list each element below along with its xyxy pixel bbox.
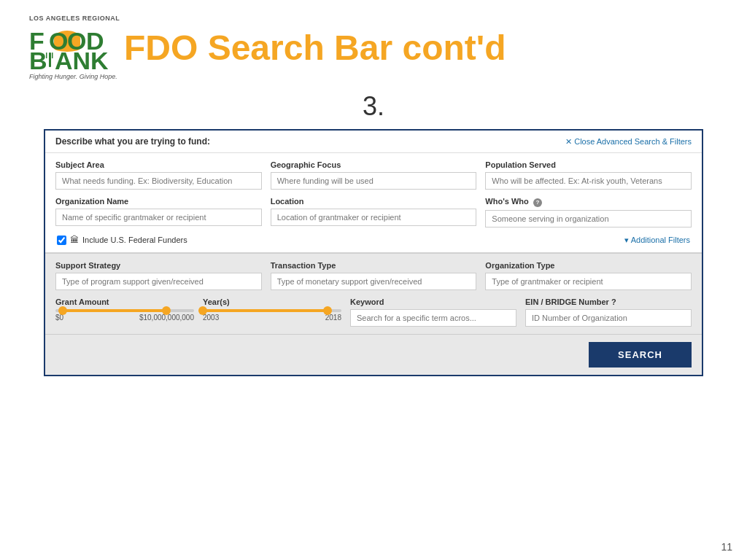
additional-row-1: Support Strategy Transaction Type Organi… <box>55 261 692 290</box>
org-name-input[interactable] <box>55 209 262 226</box>
logo: LOS ANGELES REGIONAL F O O D B <box>29 15 124 80</box>
subject-area-input[interactable] <box>55 172 262 190</box>
subject-area-label: Subject Area <box>55 160 262 169</box>
years-thumb-right[interactable] <box>323 306 332 315</box>
org-name-col: Organization Name <box>55 197 262 228</box>
grant-amount-labels: $0 $10,000,000,000 <box>55 314 194 322</box>
location-label: Location <box>271 197 477 206</box>
years-min: 2003 <box>203 314 219 322</box>
filter-bottom-row: 🏛 Include U.S. Federal Funders Additiona… <box>55 235 692 246</box>
population-served-label: Population Served <box>485 160 692 169</box>
keyword-col: Keyword <box>350 298 516 327</box>
svg-rect-8 <box>49 52 51 67</box>
search-button[interactable]: SEARCH <box>589 342 692 368</box>
whos-who-help-icon[interactable]: ? <box>533 198 542 207</box>
logo-svg: F O O D B ANK <box>29 22 124 73</box>
years-label: Year(s) <box>203 298 341 306</box>
ein-col: EIN / BRIDGE Number ? <box>525 298 692 327</box>
svg-rect-10 <box>52 52 53 58</box>
location-input[interactable] <box>271 209 477 226</box>
include-funders-row: 🏛 Include U.S. Federal Funders <box>57 235 187 245</box>
location-col: Location <box>271 197 477 228</box>
transaction-type-label: Transaction Type <box>271 261 477 270</box>
years-track <box>203 309 341 312</box>
years-labels: 2003 2018 <box>203 314 341 322</box>
grant-amount-label: Grant Amount <box>55 298 194 306</box>
svg-rect-9 <box>46 52 47 58</box>
population-served-input[interactable] <box>485 172 692 190</box>
geographic-focus-input[interactable] <box>271 172 477 190</box>
support-strategy-label: Support Strategy <box>55 261 262 270</box>
years-col: Year(s) 2003 2018 <box>203 298 341 322</box>
step-number: 3. <box>0 91 747 122</box>
subject-area-col: Subject Area <box>55 160 262 190</box>
keyword-label: Keyword <box>350 298 516 306</box>
search-button-area: SEARCH <box>45 335 702 375</box>
grant-amount-thumb-left[interactable] <box>58 306 67 315</box>
grant-amount-slider[interactable] <box>55 309 194 312</box>
whos-who-input[interactable] <box>485 210 692 228</box>
additional-filters-toggle[interactable]: Additional Filters <box>624 236 690 245</box>
sliders-row: Grant Amount $0 $10,000,000,000 Year(s) <box>55 298 692 327</box>
transaction-type-col: Transaction Type <box>271 261 477 290</box>
org-type-input[interactable] <box>485 273 692 290</box>
close-advanced-link[interactable]: Close Advanced Search & Filters <box>565 137 692 147</box>
include-funders-checkbox[interactable] <box>57 236 66 245</box>
include-funders-label: Include U.S. Federal Funders <box>82 236 187 244</box>
support-strategy-input[interactable] <box>55 273 262 290</box>
grant-amount-fill <box>63 309 167 312</box>
geographic-focus-col: Geographic Focus <box>271 160 477 190</box>
keyword-input[interactable] <box>350 309 516 327</box>
org-type-col: Organization Type <box>485 261 692 290</box>
building-icon: 🏛 <box>70 235 79 245</box>
svg-text:ANK: ANK <box>55 47 109 73</box>
svg-text:B: B <box>29 47 47 73</box>
tagline: Fighting Hunger. Giving Hope. <box>29 73 124 80</box>
support-strategy-col: Support Strategy <box>55 261 262 290</box>
transaction-type-input[interactable] <box>271 273 477 290</box>
org-name-label: Organization Name <box>55 197 262 206</box>
years-thumb-left[interactable] <box>198 306 207 315</box>
whos-who-label: Who's Who ? <box>485 197 692 207</box>
population-served-col: Population Served <box>485 160 692 190</box>
org-type-label: Organization Type <box>485 261 692 270</box>
ein-input[interactable] <box>525 309 692 327</box>
grant-amount-col: Grant Amount $0 $10,000,000,000 <box>55 298 194 322</box>
grant-amount-thumb-right[interactable] <box>162 306 171 315</box>
filter-row-2: Organization Name Location Who's Who ? <box>55 197 692 228</box>
ein-label: EIN / BRIDGE Number ? <box>525 298 692 306</box>
whos-who-col: Who's Who ? <box>485 197 692 228</box>
years-fill <box>203 309 328 312</box>
describe-label: Describe what you are trying to fund: <box>55 136 210 147</box>
los-angeles-text: LOS ANGELES REGIONAL <box>29 15 124 22</box>
panel-header: Describe what you are trying to fund: Cl… <box>45 131 702 153</box>
page-number: 11 <box>721 541 732 553</box>
geographic-focus-label: Geographic Focus <box>271 160 477 169</box>
years-slider[interactable] <box>203 309 341 312</box>
additional-filters-section: Support Strategy Transaction Type Organi… <box>45 254 702 335</box>
filter-row-1: Subject Area Geographic Focus Population… <box>55 160 692 190</box>
grant-amount-track <box>55 309 194 312</box>
logo-main: F O O D B ANK <box>29 22 124 73</box>
filter-section: Subject Area Geographic Focus Population… <box>45 153 702 254</box>
header: LOS ANGELES REGIONAL F O O D B <box>0 0 747 88</box>
ein-help-icon[interactable]: ? <box>611 298 616 306</box>
search-panel: Describe what you are trying to fund: Cl… <box>44 129 703 376</box>
page-title: FDO Search Bar cont'd <box>124 28 506 68</box>
